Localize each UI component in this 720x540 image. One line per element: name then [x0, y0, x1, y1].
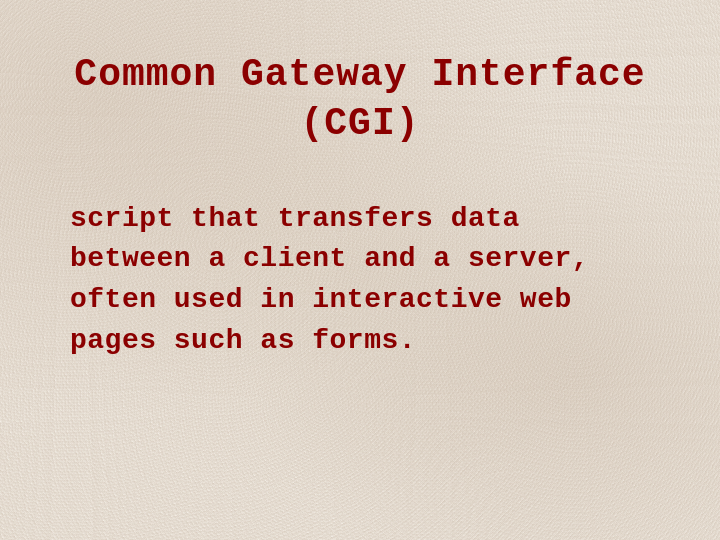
slide-title: Common Gateway Interface (CGI)	[70, 50, 650, 149]
title-line-1: Common Gateway Interface	[74, 53, 645, 96]
title-section: Common Gateway Interface (CGI)	[70, 50, 650, 149]
body-section: script that transfers data between a cli…	[70, 199, 650, 361]
slide-container: Common Gateway Interface (CGI) script th…	[0, 0, 720, 540]
title-line-2: (CGI)	[300, 102, 419, 145]
body-text: script that transfers data between a cli…	[70, 199, 650, 361]
